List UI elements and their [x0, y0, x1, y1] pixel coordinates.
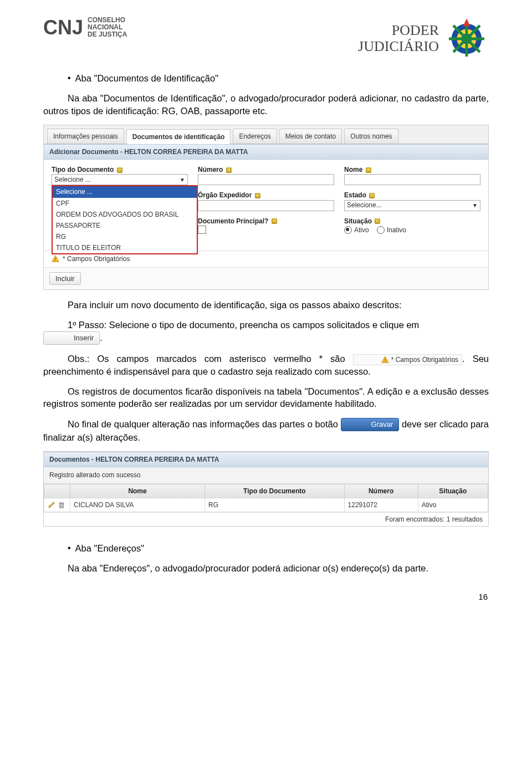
bullet1-title: Aba "Documentos de Identificação"	[75, 72, 218, 84]
dd-option-rg[interactable]: RG	[53, 231, 197, 242]
incluir-button[interactable]: Incluir	[49, 272, 81, 285]
table-footer-count: Foram encontrados: 1 resultados	[44, 512, 488, 526]
poder-judiciario-label: PODER JUDICIÁRIO	[358, 23, 439, 54]
tab-enderecos[interactable]: Endereços	[233, 129, 277, 144]
bullet-aba-enderecos: • Aba "Endereços"	[68, 542, 489, 554]
brazil-crest-icon	[444, 17, 489, 61]
tipo-documento-select[interactable]: Selecione ... ▼	[52, 174, 188, 185]
situacao-ativo-radio[interactable]	[344, 226, 352, 234]
delete-icon[interactable]	[58, 501, 65, 509]
tab-documentos-identificacao[interactable]: Documentos de identificação	[126, 129, 231, 144]
success-message: Registro alterado com sucesso	[44, 467, 488, 483]
lock-icon	[255, 193, 260, 198]
tab-informacoes-pessoais[interactable]: Informações pessoais	[47, 129, 124, 144]
bullet-dot-icon: •	[68, 542, 71, 554]
warning-icon: !	[357, 356, 365, 364]
paragraph-3-pre: Obs.: Os campos marcados com asterisco v…	[68, 354, 345, 364]
poder-line1: PODER	[358, 23, 439, 39]
col-situacao: Situação	[418, 484, 488, 498]
paragraph-2a: Para incluir um novo documento de identi…	[43, 299, 489, 311]
dd-option-oab[interactable]: ORDEM DOS ADVOGADOS DO BRASIL	[53, 209, 197, 220]
paragraph-3: Obs.: Os campos marcados com asterisco v…	[43, 353, 489, 377]
cell-tipo: RG	[205, 498, 344, 512]
tipo-documento-selected: Selecione ...	[54, 175, 91, 184]
tab-outros-nomes[interactable]: Outros nomes	[344, 129, 398, 144]
numero-input[interactable]	[198, 174, 334, 185]
section-title-documentos: Documentos - HELTON CORREA PEREIRA DA MA…	[44, 452, 488, 467]
lock-icon	[272, 218, 277, 224]
documento-principal-checkbox[interactable]	[198, 226, 206, 234]
section-title-adicionar-documento: Adicionar Documento - HELTON CORREA PERE…	[44, 144, 488, 160]
lock-icon	[117, 167, 122, 173]
campos-obrigatorios-chip-text: * Campos Obrigatórios	[367, 355, 458, 364]
paragraph-6: Na aba "Endereços", o advogado/procurado…	[43, 562, 489, 574]
nome-input[interactable]	[344, 174, 480, 185]
cnj-logo: CNJ CONSELHO NACIONAL DE JUSTIÇA	[43, 17, 127, 39]
screenshot-form-documentos: Informações pessoais Documentos de ident…	[43, 125, 489, 290]
poder-line2: JUDICIÁRIO	[358, 39, 439, 55]
dd-option-selecione[interactable]: Selecione ...	[53, 186, 197, 197]
dd-option-titulo-eleitor[interactable]: TITULO DE ELEITOR	[53, 242, 197, 253]
bullet2-title: Aba "Endereços"	[75, 542, 145, 554]
screenshot-tabela-documentos: Documentos - HELTON CORREA PEREIRA DA MA…	[43, 451, 489, 527]
lock-icon	[366, 167, 371, 173]
situacao-ativo-label: Ativo	[354, 226, 369, 234]
label-orgao-expedidor: Órgão Expedidor	[198, 191, 334, 200]
chevron-down-icon: ▼	[472, 202, 478, 210]
lock-icon	[226, 167, 232, 173]
label-nome: Nome	[344, 165, 480, 174]
warning-icon: !	[52, 255, 59, 263]
table-row: CICLANO DA SILVA RG 12291072 Ativo	[44, 498, 488, 512]
lock-icon	[369, 193, 375, 198]
col-numero: Número	[344, 484, 418, 498]
campos-obrigatorios-text: * Campos Obrigatórios	[63, 254, 130, 263]
chevron-down-icon: ▼	[180, 176, 185, 184]
cell-numero: 12291072	[344, 498, 418, 512]
situacao-inativo-label: Inativo	[387, 226, 406, 234]
label-documento-principal: Documento Principal?	[198, 217, 334, 226]
estado-placeholder: Selecione...	[347, 201, 382, 210]
cnj-letters: CNJ	[43, 18, 83, 38]
tab-meios-contato[interactable]: Meios de contato	[279, 129, 342, 144]
tab-bar: Informações pessoais Documentos de ident…	[44, 125, 488, 144]
edit-icon[interactable]	[48, 501, 55, 509]
paragraph-2b: 1º Passo: Selecione o tipo de documento,…	[43, 319, 489, 345]
paragraph-5-pre: No final de qualquer alteração nas infor…	[68, 419, 341, 429]
svg-rect-15	[59, 503, 64, 504]
paragraph-4: Os registros de documentos ficarão dispo…	[43, 385, 489, 410]
label-tipo-documento: Tipo do Documento	[52, 165, 188, 174]
svg-marker-13	[50, 502, 55, 507]
situacao-inativo-radio[interactable]	[377, 226, 385, 234]
campos-obrigatorios-chip: ! * Campos Obrigatórios	[353, 354, 462, 365]
svg-text:!: !	[55, 257, 56, 262]
col-tipo: Tipo do Documento	[205, 484, 344, 498]
page-number: 16	[43, 591, 489, 602]
orgao-expedidor-input[interactable]	[198, 200, 334, 211]
label-numero: Número	[198, 165, 334, 174]
estado-select[interactable]: Selecione... ▼	[344, 200, 480, 211]
bullet-aba-documentos: • Aba "Documentos de Identificação"	[68, 72, 489, 84]
dd-option-cpf[interactable]: CPF	[53, 198, 197, 209]
dd-option-passaporte[interactable]: PASSAPORTE	[53, 220, 197, 231]
col-nome: Nome	[70, 484, 205, 498]
label-situacao: Situação	[344, 217, 480, 226]
tipo-documento-dropdown-open: Selecione ... CPF ORDEM DOS ADVOGADOS DO…	[52, 185, 198, 254]
page-header: CNJ CONSELHO NACIONAL DE JUSTIÇA PODER J…	[43, 17, 489, 61]
paragraph-5: No final de qualquer alteração nas infor…	[43, 418, 489, 444]
svg-rect-14	[60, 503, 64, 508]
paragraph-2b-pre: 1º Passo: Selecione o tipo de documento,…	[68, 320, 419, 330]
cnj-sub-3: DE JUSTIÇA	[88, 31, 127, 38]
inserir-button-inline[interactable]: Inserir	[43, 331, 100, 345]
lock-icon	[375, 218, 380, 224]
svg-marker-7	[463, 18, 470, 26]
cell-nome: CICLANO DA SILVA	[70, 498, 205, 512]
cell-situacao: Ativo	[418, 498, 488, 512]
paragraph-1: Na aba "Documentos de Identificação", o …	[43, 92, 489, 117]
gravar-button-inline[interactable]: Gravar	[341, 418, 400, 431]
documentos-table: Nome Tipo do Documento Número Situação	[44, 484, 488, 512]
paragraph-2b-post: .	[100, 333, 103, 343]
bullet-dot-icon: •	[68, 72, 71, 84]
label-estado: Estado	[344, 191, 480, 200]
